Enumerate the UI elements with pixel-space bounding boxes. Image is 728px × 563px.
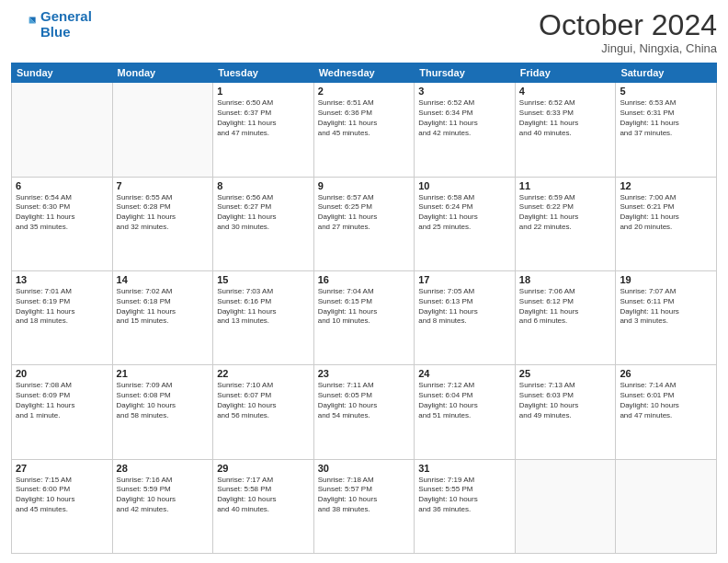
day-cell: 24Sunrise: 7:12 AM Sunset: 6:04 PM Dayli…	[415, 365, 516, 459]
day-cell: 21Sunrise: 7:09 AM Sunset: 6:08 PM Dayli…	[112, 365, 213, 459]
day-info: Sunrise: 7:11 AM Sunset: 6:05 PM Dayligh…	[318, 381, 411, 420]
location: Jingui, Ningxia, China	[539, 41, 717, 55]
day-cell: 19Sunrise: 7:07 AM Sunset: 6:11 PM Dayli…	[616, 270, 717, 364]
day-info: Sunrise: 7:02 AM Sunset: 6:18 PM Dayligh…	[117, 287, 210, 327]
day-cell: 12Sunrise: 7:00 AM Sunset: 6:21 PM Dayli…	[616, 177, 717, 270]
day-cell: 1Sunrise: 6:50 AM Sunset: 6:37 PM Daylig…	[213, 83, 314, 177]
day-info: Sunrise: 7:09 AM Sunset: 6:08 PM Dayligh…	[117, 381, 210, 420]
day-number: 18	[519, 274, 612, 285]
logo: General Blue	[11, 9, 92, 40]
day-cell: 9Sunrise: 6:57 AM Sunset: 6:25 PM Daylig…	[313, 177, 415, 270]
day-cell	[515, 459, 616, 553]
day-info: Sunrise: 6:59 AM Sunset: 6:22 PM Dayligh…	[519, 193, 612, 233]
day-info: Sunrise: 7:17 AM Sunset: 5:58 PM Dayligh…	[217, 476, 310, 515]
logo-icon	[11, 12, 37, 38]
day-number: 2	[318, 86, 411, 97]
day-info: Sunrise: 7:06 AM Sunset: 6:12 PM Dayligh…	[519, 287, 612, 327]
day-number: 6	[16, 180, 108, 191]
day-number: 22	[217, 368, 310, 379]
logo-line1: General	[40, 8, 92, 24]
logo-line2: Blue	[40, 24, 71, 40]
day-number: 23	[318, 368, 411, 379]
day-cell: 6Sunrise: 6:54 AM Sunset: 6:30 PM Daylig…	[12, 177, 113, 270]
week-row-3: 13Sunrise: 7:01 AM Sunset: 6:19 PM Dayli…	[12, 270, 717, 364]
day-number: 10	[418, 180, 511, 191]
col-thursday: Thursday	[415, 63, 516, 83]
day-number: 9	[318, 180, 411, 191]
day-cell: 27Sunrise: 7:15 AM Sunset: 6:00 PM Dayli…	[12, 459, 113, 553]
day-info: Sunrise: 6:58 AM Sunset: 6:24 PM Dayligh…	[418, 193, 511, 233]
day-cell: 20Sunrise: 7:08 AM Sunset: 6:09 PM Dayli…	[12, 365, 113, 459]
day-number: 3	[418, 86, 511, 97]
day-info: Sunrise: 7:16 AM Sunset: 5:59 PM Dayligh…	[117, 476, 210, 515]
day-info: Sunrise: 7:13 AM Sunset: 6:03 PM Dayligh…	[519, 381, 612, 420]
day-number: 27	[16, 463, 108, 474]
col-sunday: Sunday	[12, 63, 113, 83]
day-cell: 8Sunrise: 6:56 AM Sunset: 6:27 PM Daylig…	[213, 177, 314, 270]
day-info: Sunrise: 7:10 AM Sunset: 6:07 PM Dayligh…	[217, 381, 310, 420]
day-info: Sunrise: 7:08 AM Sunset: 6:09 PM Dayligh…	[16, 381, 108, 420]
day-cell: 4Sunrise: 6:52 AM Sunset: 6:33 PM Daylig…	[515, 83, 616, 177]
header: General Blue October 2024 Jingui, Ningxi…	[11, 9, 717, 55]
day-cell: 23Sunrise: 7:11 AM Sunset: 6:05 PM Dayli…	[313, 365, 415, 459]
day-cell: 28Sunrise: 7:16 AM Sunset: 5:59 PM Dayli…	[112, 459, 213, 553]
day-cell: 18Sunrise: 7:06 AM Sunset: 6:12 PM Dayli…	[515, 270, 616, 364]
day-cell: 5Sunrise: 6:53 AM Sunset: 6:31 PM Daylig…	[616, 83, 717, 177]
day-info: Sunrise: 7:12 AM Sunset: 6:04 PM Dayligh…	[418, 381, 511, 420]
day-info: Sunrise: 6:57 AM Sunset: 6:25 PM Dayligh…	[318, 193, 411, 233]
day-info: Sunrise: 7:15 AM Sunset: 6:00 PM Dayligh…	[16, 476, 108, 515]
day-info: Sunrise: 7:14 AM Sunset: 6:01 PM Dayligh…	[620, 381, 712, 420]
col-wednesday: Wednesday	[313, 63, 415, 83]
page: General Blue October 2024 Jingui, Ningxi…	[0, 0, 728, 563]
day-info: Sunrise: 7:18 AM Sunset: 5:57 PM Dayligh…	[318, 476, 411, 515]
day-number: 16	[318, 274, 411, 285]
title-block: October 2024 Jingui, Ningxia, China	[539, 9, 717, 55]
week-row-2: 6Sunrise: 6:54 AM Sunset: 6:30 PM Daylig…	[12, 177, 717, 270]
day-cell: 26Sunrise: 7:14 AM Sunset: 6:01 PM Dayli…	[616, 365, 717, 459]
day-info: Sunrise: 6:50 AM Sunset: 6:37 PM Dayligh…	[217, 98, 310, 138]
day-info: Sunrise: 6:55 AM Sunset: 6:28 PM Dayligh…	[117, 193, 210, 233]
day-number: 7	[117, 180, 210, 191]
day-number: 20	[16, 368, 108, 379]
week-row-5: 27Sunrise: 7:15 AM Sunset: 6:00 PM Dayli…	[12, 459, 717, 553]
day-cell: 7Sunrise: 6:55 AM Sunset: 6:28 PM Daylig…	[112, 177, 213, 270]
day-number: 11	[519, 180, 612, 191]
day-number: 4	[519, 86, 612, 97]
day-number: 31	[418, 463, 511, 474]
day-number: 12	[620, 180, 712, 191]
day-cell: 10Sunrise: 6:58 AM Sunset: 6:24 PM Dayli…	[415, 177, 516, 270]
day-number: 30	[318, 463, 411, 474]
day-info: Sunrise: 7:00 AM Sunset: 6:21 PM Dayligh…	[620, 193, 712, 233]
day-cell: 13Sunrise: 7:01 AM Sunset: 6:19 PM Dayli…	[12, 270, 113, 364]
day-number: 21	[117, 368, 210, 379]
day-number: 1	[217, 86, 310, 97]
day-cell: 30Sunrise: 7:18 AM Sunset: 5:57 PM Dayli…	[313, 459, 415, 553]
day-info: Sunrise: 6:53 AM Sunset: 6:31 PM Dayligh…	[620, 98, 712, 138]
calendar-table: Sunday Monday Tuesday Wednesday Thursday…	[11, 63, 717, 554]
week-row-4: 20Sunrise: 7:08 AM Sunset: 6:09 PM Dayli…	[12, 365, 717, 459]
day-info: Sunrise: 6:54 AM Sunset: 6:30 PM Dayligh…	[16, 193, 108, 233]
day-info: Sunrise: 7:04 AM Sunset: 6:15 PM Dayligh…	[318, 287, 411, 327]
week-row-1: 1Sunrise: 6:50 AM Sunset: 6:37 PM Daylig…	[12, 83, 717, 177]
day-cell: 16Sunrise: 7:04 AM Sunset: 6:15 PM Dayli…	[313, 270, 415, 364]
day-info: Sunrise: 6:52 AM Sunset: 6:34 PM Dayligh…	[418, 98, 511, 138]
day-info: Sunrise: 7:03 AM Sunset: 6:16 PM Dayligh…	[217, 287, 310, 327]
day-number: 26	[620, 368, 712, 379]
day-cell: 31Sunrise: 7:19 AM Sunset: 5:55 PM Dayli…	[415, 459, 516, 553]
day-cell	[12, 83, 113, 177]
month-title: October 2024	[539, 9, 717, 41]
day-cell: 11Sunrise: 6:59 AM Sunset: 6:22 PM Dayli…	[515, 177, 616, 270]
day-cell	[616, 459, 717, 553]
day-number: 29	[217, 463, 310, 474]
day-info: Sunrise: 6:56 AM Sunset: 6:27 PM Dayligh…	[217, 193, 310, 233]
col-saturday: Saturday	[616, 63, 717, 83]
day-number: 19	[620, 274, 712, 285]
col-friday: Friday	[515, 63, 616, 83]
day-number: 5	[620, 86, 712, 97]
col-tuesday: Tuesday	[213, 63, 314, 83]
day-number: 24	[418, 368, 511, 379]
day-number: 14	[117, 274, 210, 285]
day-cell: 22Sunrise: 7:10 AM Sunset: 6:07 PM Dayli…	[213, 365, 314, 459]
day-number: 17	[418, 274, 511, 285]
calendar-body: 1Sunrise: 6:50 AM Sunset: 6:37 PM Daylig…	[12, 83, 717, 554]
